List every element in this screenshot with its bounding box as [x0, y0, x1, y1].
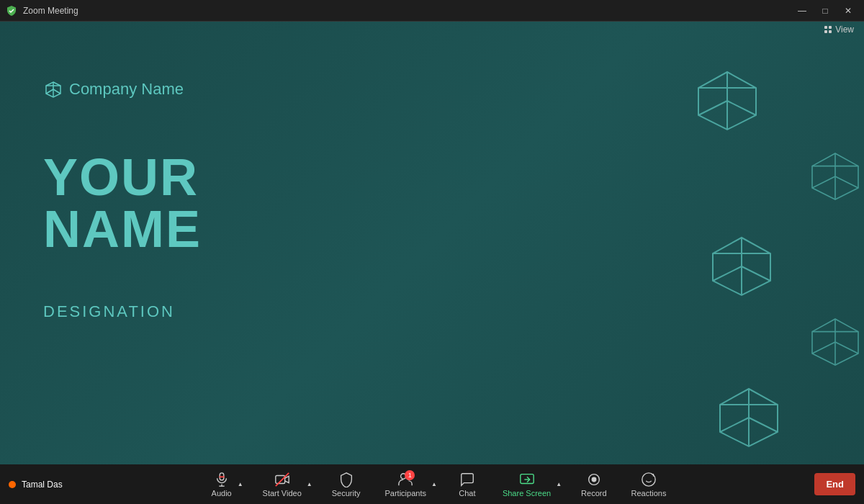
svg-line-27	[812, 342, 835, 354]
svg-line-23	[742, 266, 770, 281]
bottom-toolbar: Tamal Das Audio ▲	[0, 464, 864, 504]
svg-line-32	[720, 418, 749, 432]
share-screen-label: Share Screen	[503, 489, 551, 498]
reactions-button[interactable]: Reactions	[624, 469, 674, 500]
svg-line-13	[727, 101, 756, 115]
svg-line-28	[835, 342, 858, 354]
view-button[interactable]: View	[819, 22, 858, 37]
svg-rect-0	[824, 26, 827, 29]
cube-third	[706, 230, 778, 302]
close-button[interactable]: ✕	[838, 3, 858, 19]
video-chevron[interactable]: ▲	[305, 478, 315, 490]
toolbar: Audio ▲ Start Video ▲ Security	[63, 469, 815, 500]
participants-chevron[interactable]: ▲	[429, 478, 439, 490]
title-bar-left: Zoom Meeting	[6, 5, 78, 17]
svg-line-17	[812, 176, 835, 188]
svg-line-8	[53, 89, 60, 94]
company-name: Company Name	[69, 80, 184, 99]
minimize-button[interactable]: —	[792, 3, 812, 19]
end-button[interactable]: End	[814, 473, 855, 495]
chat-group: Chat	[449, 469, 485, 500]
svg-point-45	[592, 477, 596, 482]
audio-chevron[interactable]: ▲	[235, 478, 246, 490]
svg-line-7	[46, 89, 53, 94]
shield-icon	[6, 5, 17, 17]
company-area: Company Name	[43, 79, 184, 99]
video-label: Start Video	[263, 489, 302, 498]
svg-line-39	[276, 472, 289, 485]
security-button[interactable]: Security	[325, 469, 368, 500]
cube-second	[806, 144, 864, 209]
title-bar-controls: — □ ✕	[792, 3, 858, 19]
video-button[interactable]: Start Video	[256, 469, 309, 500]
cube-fourth	[806, 310, 864, 374]
presenter-name: YOUR NAME	[43, 151, 202, 255]
svg-rect-3	[829, 30, 832, 33]
view-label: View	[835, 24, 854, 35]
maximize-button[interactable]: □	[815, 3, 835, 19]
participant-name: Tamal Das	[22, 480, 63, 490]
audio-label: Audio	[212, 489, 232, 498]
share-screen-icon	[519, 472, 535, 487]
chat-button[interactable]: Chat	[449, 469, 485, 500]
svg-line-12	[698, 101, 727, 115]
reactions-icon	[641, 472, 657, 487]
record-button[interactable]: Record	[574, 469, 613, 500]
participant-status-dot	[9, 481, 16, 488]
participants-button[interactable]: 1 Participants	[377, 469, 433, 500]
svg-rect-2	[824, 30, 827, 33]
security-icon	[338, 472, 354, 487]
audio-group: Audio ▲	[204, 469, 246, 500]
share-screen-button[interactable]: Share Screen	[495, 469, 558, 500]
participants-group: 1 Participants ▲	[377, 469, 438, 500]
view-icon	[824, 25, 832, 34]
chat-label: Chat	[459, 489, 475, 498]
svg-line-33	[749, 418, 778, 432]
window-title: Zoom Meeting	[23, 6, 78, 16]
chat-icon	[459, 472, 475, 487]
microphone-icon	[214, 472, 230, 487]
reactions-group: Reactions	[624, 469, 674, 500]
svg-rect-1	[829, 26, 832, 29]
audio-button[interactable]: Audio	[204, 469, 240, 500]
title-bar: Zoom Meeting — □ ✕	[0, 0, 864, 22]
record-label: Record	[581, 489, 606, 498]
share-screen-group: Share Screen ▲	[495, 469, 564, 500]
name-line2: NAME	[43, 203, 202, 255]
reactions-label: Reactions	[631, 489, 667, 498]
participants-icon-wrapper: 1	[397, 472, 413, 487]
record-icon	[586, 472, 602, 487]
cube-top	[691, 65, 763, 137]
name-line1: YOUR	[43, 151, 202, 203]
svg-line-22	[713, 266, 742, 281]
record-group: Record	[574, 469, 613, 500]
security-label: Security	[332, 489, 361, 498]
svg-line-18	[835, 176, 858, 188]
video-group: Start Video ▲	[256, 469, 315, 500]
security-group: Security	[325, 469, 368, 500]
video-icon	[274, 472, 290, 487]
share-screen-chevron[interactable]: ▲	[554, 478, 564, 490]
cube-fifth	[713, 382, 785, 454]
participants-badge: 1	[405, 470, 415, 480]
participant-info: Tamal Das	[9, 480, 63, 490]
participants-label: Participants	[384, 489, 426, 498]
main-content: Company Name YOUR NAME DESIGNATION	[0, 22, 864, 464]
cube-icon	[43, 79, 63, 99]
designation: DESIGNATION	[43, 302, 175, 321]
